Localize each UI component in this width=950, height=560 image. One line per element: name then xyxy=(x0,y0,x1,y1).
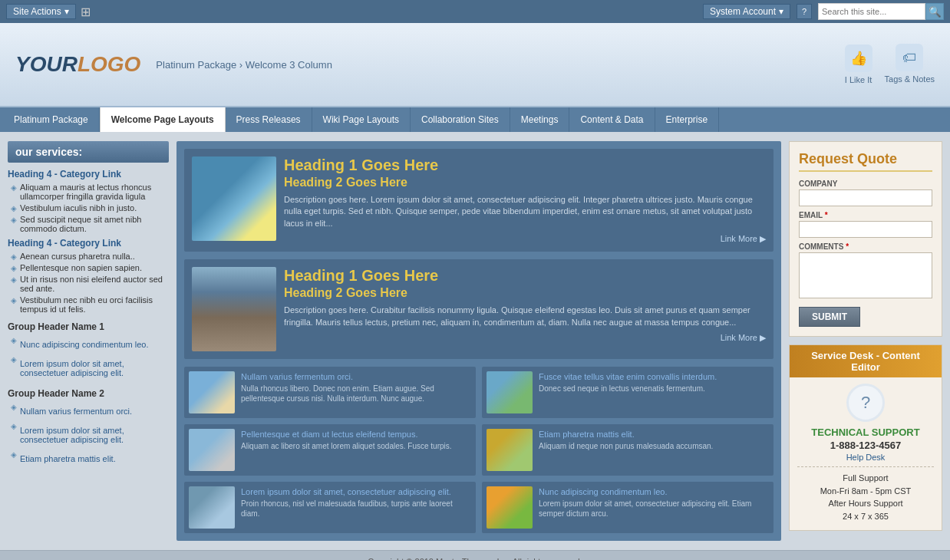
list-item: Ut in risus non nisi eleifend auctor sed… xyxy=(11,275,169,293)
system-account-button[interactable]: System Account ▾ xyxy=(703,4,790,19)
feature2-heading2: Heading 2 Goes Here xyxy=(284,286,766,300)
small-item-1-image xyxy=(487,371,533,413)
thumbsup-icon: 👍 xyxy=(845,44,872,72)
list-item: Lorem ipsum dolor sit amet, consectetuer… xyxy=(11,421,169,447)
account-arrow-icon: ▾ xyxy=(779,6,783,17)
list-item: Aenean cursus pharetra nulla.. xyxy=(11,252,169,261)
small-item-3: Etiam pharetra mattis elit. Aliquam id n… xyxy=(482,424,774,476)
feature2-image xyxy=(192,267,276,351)
small-item-1-link[interactable]: Fusce vitae tellus vitae enim convallis … xyxy=(539,372,717,381)
small-item-0-image xyxy=(189,371,235,413)
help-label: ? xyxy=(802,7,807,16)
small-item-2-image xyxy=(189,429,235,471)
help-button[interactable]: ? xyxy=(797,4,812,19)
nav-content-data[interactable]: Content & Data xyxy=(569,107,655,132)
small-item-4-link[interactable]: Lorem ipsum dolor sit amet, consectetuer… xyxy=(241,487,451,496)
browse-icon[interactable]: ⊞ xyxy=(81,5,91,19)
comments-textarea[interactable] xyxy=(799,252,932,298)
tags-icon: 🏷 xyxy=(896,44,923,71)
small-item-3-link[interactable]: Etiam pharetra mattis elit. xyxy=(539,430,635,439)
support-text: Full Support Mon-Fri 8am - 5pm CST After… xyxy=(797,472,934,522)
small-item-0-text: Nulla rhoncus libero. Donec non enim. Et… xyxy=(241,384,471,404)
small-item-0: Nullam varius fermentum orci. Nulla rhon… xyxy=(184,367,476,418)
list-item: Vestibulum iaculis nibh in justo. xyxy=(11,203,169,212)
list-item: Vestibulum nec nibh eu orci facilisis te… xyxy=(11,295,169,314)
support-question-icon: ? xyxy=(846,384,885,422)
nav-enterprise[interactable]: Enterprise xyxy=(655,107,720,132)
nav-collaboration-sites[interactable]: Collaboration Sites xyxy=(411,107,510,132)
sidebar-group1-list: Nunc adipiscing condimentum leo. Lorem i… xyxy=(11,335,169,380)
feature2-link-more: Link More ▶ xyxy=(284,333,766,343)
small-item-4-text: Proin rhoncus, nisl vel malesuada faudib… xyxy=(241,499,471,519)
list-item: Nunc adipiscing condimentum leo. xyxy=(11,335,169,352)
list-item: Lorem ipsum dolor sit amet, consectetuer… xyxy=(11,354,169,380)
small-item-1: Fusce vitae tellus vitae enim convallis … xyxy=(482,367,774,418)
logo-area: YOURLOGO Platinum Package › Welcome 3 Co… xyxy=(15,52,332,77)
nav-platinum-package[interactable]: Platinum Package xyxy=(3,107,100,132)
topbar: Site Actions ▾ ⊞ System Account ▾ ? 🔍 xyxy=(0,0,950,23)
feature2-description: Description goes here. Curabitur facilis… xyxy=(284,305,766,328)
small-item-5-link[interactable]: Nunc adipiscing condimentum leo. xyxy=(539,487,668,496)
support-box: Service Desk - Content Editor ? TECHNICA… xyxy=(789,344,942,531)
company-input[interactable] xyxy=(799,189,932,206)
small-items-grid: Nullam varius fermentum orci. Nulla rhon… xyxy=(184,367,774,533)
feature1-image xyxy=(192,156,276,241)
site-actions-button[interactable]: Site Actions ▾ xyxy=(6,4,76,19)
header-right: 👍 I Like It 🏷 Tags & Notes xyxy=(845,44,935,84)
submit-button[interactable]: SUBMIT xyxy=(799,307,860,327)
help-desk-link[interactable]: Help Desk xyxy=(797,453,934,462)
small-item-3-content: Etiam pharetra mattis elit. Aliquam id n… xyxy=(539,429,769,471)
small-item-4: Lorem ipsum dolor sit amet, consectetuer… xyxy=(184,482,476,533)
dropdown-arrow-icon: ▾ xyxy=(64,6,69,17)
tags-notes-button[interactable]: 🏷 Tags & Notes xyxy=(885,44,935,84)
i-like-it-label: I Like It xyxy=(845,75,872,84)
left-sidebar: our services: Heading 4 - Category Link … xyxy=(8,141,169,541)
support-title: Service Desk - Content Editor xyxy=(790,345,942,377)
small-item-5: Nunc adipiscing condimentum leo. Lorem i… xyxy=(482,482,774,533)
sidebar-category2-link[interactable]: Heading 4 - Category Link xyxy=(8,238,169,249)
nav-press-releases[interactable]: Press Releases xyxy=(226,107,312,132)
list-item: Etiam pharetra mattis elit. xyxy=(11,450,169,466)
small-item-2-link[interactable]: Pellentesque et diam ut lectus eleifend … xyxy=(241,430,418,439)
main-content: our services: Heading 4 - Category Link … xyxy=(0,132,950,550)
feature2-content: Heading 1 Goes Here Heading 2 Goes Here … xyxy=(284,267,766,351)
nav-welcome-page-layouts[interactable]: Welcome Page Layouts xyxy=(100,107,226,132)
feature1-link-more: Link More ▶ xyxy=(284,234,766,244)
feature2-link-more-anchor[interactable]: Link More ▶ xyxy=(721,333,766,343)
search-box: 🔍 xyxy=(818,3,944,20)
feature1-heading2: Heading 2 Goes Here xyxy=(284,176,766,189)
feature-block-2: Heading 1 Goes Here Heading 2 Goes Here … xyxy=(184,259,774,359)
center-content: Heading 1 Goes Here Heading 2 Goes Here … xyxy=(176,141,781,541)
company-label: COMPANY xyxy=(799,180,932,188)
nav-meetings[interactable]: Meetings xyxy=(510,107,570,132)
site-actions-label: Site Actions xyxy=(13,6,61,17)
header: YOURLOGO Platinum Package › Welcome 3 Co… xyxy=(0,23,950,107)
i-like-it-button[interactable]: 👍 I Like It xyxy=(845,44,872,84)
feature1-heading1: Heading 1 Goes Here xyxy=(284,156,766,174)
comments-label: COMMENTS * xyxy=(799,242,932,251)
search-input[interactable] xyxy=(818,3,925,20)
nav-wiki-page-layouts[interactable]: Wiki Page Layouts xyxy=(312,107,411,132)
small-item-1-content: Fusce vitae tellus vitae enim convallis … xyxy=(539,371,769,413)
sidebar-group2-list: Nullam varius fermentum orci. Lorem ipsu… xyxy=(11,402,169,466)
topbar-right: System Account ▾ ? 🔍 xyxy=(703,3,944,20)
feature1-link-more-anchor[interactable]: Link More ▶ xyxy=(721,234,766,244)
small-item-3-image xyxy=(487,429,533,471)
sidebar-category1-link[interactable]: Heading 4 - Category Link xyxy=(8,169,169,180)
topbar-left: Site Actions ▾ ⊞ xyxy=(6,4,91,19)
support-divider xyxy=(797,466,934,467)
logo: YOURLOGO xyxy=(15,52,140,77)
email-input[interactable] xyxy=(799,221,932,238)
system-account-label: System Account xyxy=(710,6,776,17)
sidebar-category2-list: Aenean cursus pharetra nulla.. Pellentes… xyxy=(11,252,169,314)
feature1-description: Description goes here. Lorem ipsum dolor… xyxy=(284,194,766,229)
small-item-2-content: Pellentesque et diam ut lectus eleifend … xyxy=(241,429,471,471)
list-item: Nullam varius fermentum orci. xyxy=(11,402,169,419)
footer-text: Copyright © 2010 MasterThemes, Inc. All … xyxy=(368,557,582,560)
feature-block-1: Heading 1 Goes Here Heading 2 Goes Here … xyxy=(184,149,774,252)
feature1-content: Heading 1 Goes Here Heading 2 Goes Here … xyxy=(284,156,766,244)
small-item-0-link[interactable]: Nullam varius fermentum orci. xyxy=(241,372,353,381)
support-icon-area: ? xyxy=(797,384,934,422)
phone-number: 1-888-123-4567 xyxy=(797,440,934,451)
search-button[interactable]: 🔍 xyxy=(925,3,944,20)
